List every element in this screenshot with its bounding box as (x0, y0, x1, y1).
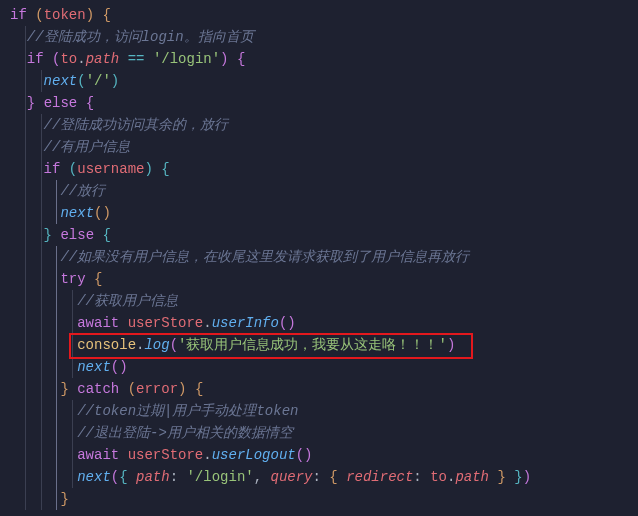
indent-guide (72, 400, 73, 488)
code-token: try (60, 271, 85, 287)
code-line[interactable]: if (username) { (10, 158, 638, 180)
code-token: ( (128, 381, 136, 397)
code-token (119, 447, 127, 463)
code-token: else (60, 227, 94, 243)
code-token: userStore (128, 315, 204, 331)
code-line[interactable]: if (to.path == '/login') { (10, 48, 638, 70)
code-token: { (161, 161, 169, 177)
code-token: if (27, 51, 44, 67)
code-token: log (144, 337, 169, 353)
code-token: { (329, 469, 337, 485)
code-token: next (60, 205, 94, 221)
code-token: } (60, 491, 68, 507)
code-token: { (102, 227, 110, 243)
code-token (229, 51, 237, 67)
code-token: userLogout (212, 447, 296, 463)
code-token (86, 271, 94, 287)
code-line[interactable]: console.log('获取用户信息成功，我要从这走咯！！！') (10, 334, 638, 356)
code-token: ( (111, 469, 119, 485)
code-line[interactable]: } else { (10, 92, 638, 114)
code-token: //退出登陆->用户相关的数据情空 (77, 425, 293, 441)
code-line[interactable]: //token过期|用户手动处理token (10, 400, 638, 422)
code-token: } (44, 227, 52, 243)
code-token (506, 469, 514, 485)
code-line[interactable]: next('/') (10, 70, 638, 92)
code-token: if (44, 161, 61, 177)
code-token: } (497, 469, 505, 485)
code-token: ) (144, 161, 152, 177)
code-line[interactable]: } (10, 488, 638, 510)
code-token: ) (304, 447, 312, 463)
code-token: '/login' (153, 51, 220, 67)
code-token: == (128, 51, 145, 67)
code-token: ) (447, 337, 455, 353)
code-token: ) (220, 51, 228, 67)
code-token: //登陆成功，访问login。指向首页 (27, 29, 254, 45)
code-line[interactable]: //如果没有用户信息，在收尾这里发请求获取到了用户信息再放行 (10, 246, 638, 268)
code-token: { (119, 469, 127, 485)
indent-guide (41, 114, 42, 510)
indent-guide (25, 26, 26, 510)
code-line[interactable]: } else { (10, 224, 638, 246)
code-token: next (77, 469, 111, 485)
code-token: , (254, 469, 271, 485)
code-token: query (271, 469, 313, 485)
code-token: { (195, 381, 203, 397)
code-token: //有用户信息 (44, 139, 131, 155)
code-token: ( (296, 447, 304, 463)
code-line[interactable]: try { (10, 268, 638, 290)
code-line[interactable]: //获取用户信息 (10, 290, 638, 312)
code-token: userInfo (212, 315, 279, 331)
code-token: '/login' (186, 469, 253, 485)
code-token: ) (119, 359, 127, 375)
code-line[interactable]: //退出登陆->用户相关的数据情空 (10, 422, 638, 444)
code-token: redirect (346, 469, 413, 485)
code-token: username (77, 161, 144, 177)
code-token: ( (77, 73, 85, 89)
code-token: ( (111, 359, 119, 375)
code-editor[interactable]: if (token) { //登陆成功，访问login。指向首页 if (to.… (0, 0, 638, 514)
code-token (144, 51, 152, 67)
code-token: : (413, 469, 430, 485)
code-token (35, 95, 43, 111)
code-line[interactable]: await userStore.userLogout() (10, 444, 638, 466)
code-token (77, 95, 85, 111)
code-token: } (514, 469, 522, 485)
code-token: { (237, 51, 245, 67)
code-token: { (94, 271, 102, 287)
code-line[interactable]: if (token) { (10, 4, 638, 26)
code-token: //token过期|用户手动处理token (77, 403, 298, 419)
code-token: : (313, 469, 330, 485)
code-line[interactable]: //有用户信息 (10, 136, 638, 158)
code-token: await (77, 447, 119, 463)
code-token: ( (69, 161, 77, 177)
code-line[interactable]: next({ path: '/login', query: { redirect… (10, 466, 638, 488)
code-token (153, 161, 161, 177)
code-token: //获取用户信息 (77, 293, 178, 309)
code-line[interactable]: //登陆成功，访问login。指向首页 (10, 26, 638, 48)
code-line[interactable]: } catch (error) { (10, 378, 638, 400)
code-line[interactable]: next() (10, 202, 638, 224)
code-token: '/' (86, 73, 111, 89)
code-token (119, 51, 127, 67)
code-token (44, 51, 52, 67)
code-token: //如果没有用户信息，在收尾这里发请求获取到了用户信息再放行 (60, 249, 469, 265)
code-line[interactable]: await userStore.userInfo() (10, 312, 638, 334)
code-token: userStore (128, 447, 204, 463)
code-token: next (44, 73, 78, 89)
code-token: ) (111, 73, 119, 89)
code-token: : (170, 469, 187, 485)
code-line[interactable]: next() (10, 356, 638, 378)
code-token: next (77, 359, 111, 375)
code-token: else (44, 95, 78, 111)
code-token: . (77, 51, 85, 67)
code-token: console (77, 337, 136, 353)
code-token (60, 161, 68, 177)
code-token: to (430, 469, 447, 485)
code-line[interactable]: //放行 (10, 180, 638, 202)
code-line[interactable]: //登陆成功访问其余的，放行 (10, 114, 638, 136)
indent-guide (41, 70, 42, 92)
code-token (119, 381, 127, 397)
code-token: error (136, 381, 178, 397)
code-token: '获取用户信息成功，我要从这走咯！！！' (178, 337, 447, 353)
